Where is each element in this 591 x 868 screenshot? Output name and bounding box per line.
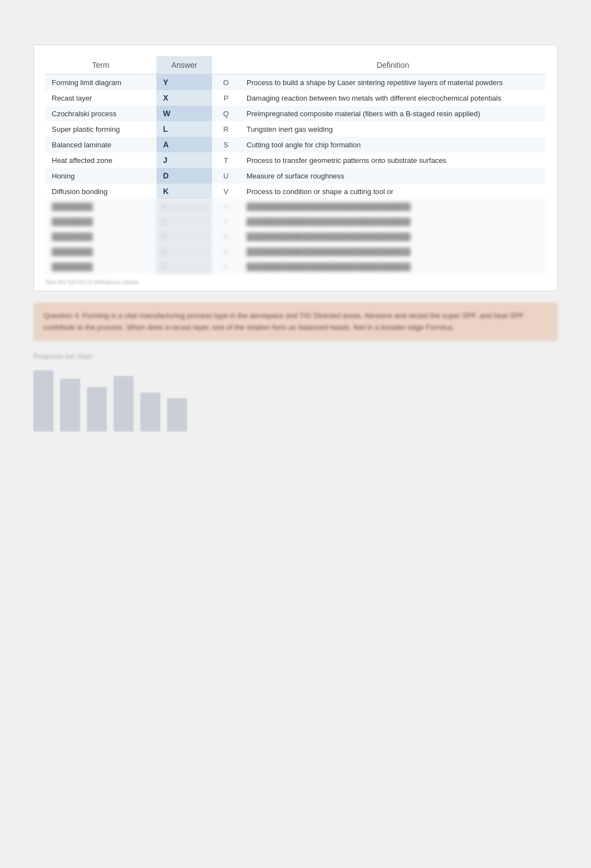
- definition-cell: ████████████████████████████████: [240, 214, 546, 229]
- definition-cell: ████████████████████████████████: [240, 244, 546, 259]
- letter-cell: •: [212, 229, 240, 244]
- table-row: ████████ • • ███████████████████████████…: [45, 259, 546, 274]
- term-cell: ████████: [45, 214, 156, 229]
- table-row: ████████ • • ███████████████████████████…: [45, 229, 546, 244]
- letter-cell: O: [212, 75, 240, 91]
- table-row: Diffusion bonding K V Process to conditi…: [45, 183, 546, 199]
- definition-cell: Preimpregnated composite material (fiber…: [240, 106, 546, 121]
- term-cell: ████████: [45, 259, 156, 274]
- letter-cell: V: [212, 183, 240, 199]
- letter-cell: U: [212, 168, 240, 183]
- header-definition: Definition: [240, 56, 546, 75]
- table-row: Balanced laminate A S Cutting tool angle…: [45, 137, 546, 152]
- answer-cell: X: [156, 90, 212, 106]
- matching-card: Term Answer Definition Forming limit dia…: [33, 44, 558, 291]
- header-term: Term: [45, 56, 156, 75]
- letter-cell: P: [212, 90, 240, 106]
- term-cell: ████████: [45, 199, 156, 214]
- table-row: Czochralski process W Q Preimpregnated c…: [45, 106, 546, 121]
- letter-cell: S: [212, 137, 240, 152]
- bar: [60, 379, 80, 431]
- definition-cell: Process to build a shape by Laser sinter…: [240, 75, 546, 91]
- letter-cell: •: [212, 244, 240, 259]
- answer-cell: •: [156, 199, 212, 214]
- table-row: Recast layer X P Damaging reaction betwe…: [45, 90, 546, 106]
- bar: [140, 393, 160, 431]
- definition-cell: Measure of surface roughness: [240, 168, 546, 183]
- letter-cell: •: [212, 199, 240, 214]
- feedback-box: Question 4: Forming is a vital manufactu…: [33, 302, 558, 341]
- term-cell: Honing: [45, 168, 156, 183]
- table-row: Honing D U Measure of surface roughness: [45, 168, 546, 183]
- definition-cell: Damaging reaction between two metals wit…: [240, 90, 546, 106]
- table-row: ████████ • • ███████████████████████████…: [45, 199, 546, 214]
- letter-cell: T: [212, 152, 240, 168]
- table-row: Forming limit diagram Y O Process to bui…: [45, 75, 546, 91]
- answer-cell: L: [156, 121, 212, 137]
- term-cell: ████████: [45, 244, 156, 259]
- bar: [167, 398, 187, 431]
- letter-cell: •: [212, 214, 240, 229]
- term-cell: Recast layer: [45, 90, 156, 106]
- definition-cell: ████████████████████████████████: [240, 199, 546, 214]
- table-row: Heat affected zone J T Process to transf…: [45, 152, 546, 168]
- term-cell: Heat affected zone: [45, 152, 156, 168]
- bar: [87, 387, 107, 431]
- definition-cell: Process to condition or shape a cutting …: [240, 183, 546, 199]
- answer-cell: •: [156, 229, 212, 244]
- term-cell: Czochralski process: [45, 106, 156, 121]
- letter-cell: Q: [212, 106, 240, 121]
- term-cell: ████████: [45, 229, 156, 244]
- definition-cell: ████████████████████████████████: [240, 259, 546, 274]
- letter-cell: •: [212, 259, 240, 274]
- definition-cell: Tungsten inert gas welding: [240, 121, 546, 137]
- answer-cell: •: [156, 259, 212, 274]
- definition-cell: Cutting tool angle for chip formation: [240, 137, 546, 152]
- definition-cell: Process to transfer geometric patterns o…: [240, 152, 546, 168]
- bar: [33, 370, 53, 431]
- letter-cell: R: [212, 121, 240, 137]
- term-cell: Balanced laminate: [45, 137, 156, 152]
- bar-chart: [33, 365, 558, 431]
- term-cell: Super plastic forming: [45, 121, 156, 137]
- answer-cell: W: [156, 106, 212, 121]
- footnote: See the full list of definitions below: [45, 279, 546, 285]
- term-cell: Diffusion bonding: [45, 183, 156, 199]
- answer-cell: D: [156, 168, 212, 183]
- header-letter: [212, 56, 240, 75]
- table-row: Super plastic forming L R Tungsten inert…: [45, 121, 546, 137]
- answer-cell: Y: [156, 75, 212, 91]
- answer-cell: J: [156, 152, 212, 168]
- term-cell: Forming limit diagram: [45, 75, 156, 91]
- answer-cell: K: [156, 183, 212, 199]
- matching-table: Term Answer Definition Forming limit dia…: [45, 56, 546, 274]
- definition-cell: ████████████████████████████████: [240, 229, 546, 244]
- table-row: ████████ • • ███████████████████████████…: [45, 244, 546, 259]
- header-answer: Answer: [156, 56, 212, 75]
- bar: [114, 376, 134, 431]
- chart-title: Response bar chart: [33, 353, 558, 360]
- answer-cell: •: [156, 214, 212, 229]
- answer-cell: A: [156, 137, 212, 152]
- table-row: ████████ • • ███████████████████████████…: [45, 214, 546, 229]
- answer-cell: •: [156, 244, 212, 259]
- chart-section: Response bar chart: [33, 353, 558, 431]
